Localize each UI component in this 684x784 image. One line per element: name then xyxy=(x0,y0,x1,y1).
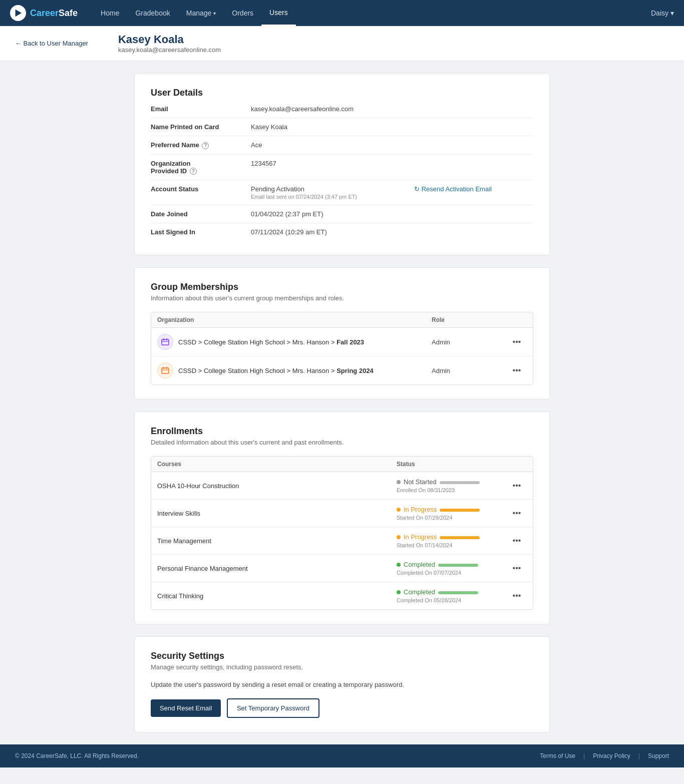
detail-name-card-label: Name Printed on Card xyxy=(151,118,251,136)
set-temporary-password-button[interactable]: Set Temporary Password xyxy=(227,698,319,718)
table-row: CSSD > College Station High School > Mrs… xyxy=(151,328,533,356)
detail-preferred-name-value: Ace xyxy=(251,136,414,155)
more-options-osha[interactable]: ••• xyxy=(507,480,527,491)
detail-date-joined-label: Date Joined xyxy=(151,205,251,223)
detail-org-id-label: OrganizationProvided ID ? xyxy=(151,154,251,180)
course-osha: OSHA 10-Hour Construction xyxy=(157,482,397,490)
security-description: Update the user's password by sending a … xyxy=(151,681,533,688)
group-memberships-table: Organization Role CSSD > College Station… xyxy=(151,312,533,385)
detail-account-status-note: Email last sent on 07/24/2024 (3:47 pm E… xyxy=(251,194,414,200)
details-table: Email kasey.koala@careersafeonline.com N… xyxy=(151,100,533,241)
status-dot-osha xyxy=(397,480,401,484)
main-content: User Details Email kasey.koala@careersaf… xyxy=(124,73,560,732)
user-full-name: Kasey Koala xyxy=(118,33,221,46)
user-email-header: kasey.koala@careersafeonline.com xyxy=(118,46,221,54)
status-dot-interview xyxy=(397,508,401,512)
enroll-date-critical-thinking: Completed On 05/28/2024 xyxy=(397,597,507,603)
brand-logo[interactable]: CareerSafe xyxy=(10,5,78,21)
detail-org-id-row: OrganizationProvided ID ? 1234567 xyxy=(151,154,533,180)
enrollments-title: Enrollments xyxy=(151,426,533,437)
org-id-help-icon[interactable]: ? xyxy=(190,168,197,175)
group-memberships-header: Organization Role xyxy=(151,312,533,328)
send-reset-email-button[interactable]: Send Reset Email xyxy=(151,699,221,717)
detail-preferred-name-row: Preferred Name ? Ace xyxy=(151,136,533,155)
detail-account-status-value: Pending Activation Email last sent on 07… xyxy=(251,180,414,205)
resend-activation-email-link[interactable]: ↻ Resend Activation Email xyxy=(414,185,533,193)
role-fall2023: Admin xyxy=(432,338,507,346)
detail-name-card-row: Name Printed on Card Kasey Koala xyxy=(151,118,533,136)
course-critical-thinking: Critical Thinking xyxy=(157,592,397,600)
col-role: Role xyxy=(432,316,507,323)
user-name: Daisy xyxy=(651,9,668,17)
table-row: CSSD > College Station High School > Mrs… xyxy=(151,356,533,384)
user-chevron: ▾ xyxy=(670,9,674,17)
footer-terms[interactable]: Terms of Use xyxy=(540,752,575,759)
footer-divider-1: | xyxy=(583,752,585,759)
detail-name-card-value: Kasey Koala xyxy=(251,118,414,136)
footer: © 2024 CareerSafe, LLC. All Rights Reser… xyxy=(0,744,684,767)
user-menu[interactable]: Daisy ▾ xyxy=(651,9,674,17)
detail-email-row: Email kasey.koala@careersafeonline.com xyxy=(151,100,533,118)
course-interview: Interview Skills xyxy=(157,510,397,517)
nav-manage[interactable]: Manage ▾ xyxy=(178,0,224,26)
footer-privacy[interactable]: Privacy Policy xyxy=(593,752,630,759)
status-bar-interview xyxy=(440,509,480,512)
svg-rect-7 xyxy=(166,367,167,369)
course-personal-finance: Personal Finance Management xyxy=(157,565,397,572)
org-path-spring2024: CSSD > College Station High School > Mrs… xyxy=(178,367,374,374)
org-icon-fall2023 xyxy=(157,334,173,350)
table-row: Critical Thinking Completed Completed On… xyxy=(151,582,533,609)
table-row: Personal Finance Management Completed Co… xyxy=(151,555,533,582)
footer-divider-2: | xyxy=(638,752,640,759)
enrollments-table: Courses Status OSHA 10-Hour Construction… xyxy=(151,456,533,610)
status-bar-personal-finance xyxy=(438,564,478,567)
group-memberships-title: Group Memberships xyxy=(151,282,533,292)
security-settings-card: Security Settings Manage security settin… xyxy=(134,636,550,732)
more-options-critical-thinking[interactable]: ••• xyxy=(507,590,527,601)
col-status: Status xyxy=(397,461,507,468)
table-row: Interview Skills In Progress Started On … xyxy=(151,500,533,527)
nav-home[interactable]: Home xyxy=(93,0,127,26)
manage-chevron: ▾ xyxy=(213,11,216,16)
security-settings-title: Security Settings xyxy=(151,651,533,661)
nav-users[interactable]: Users xyxy=(261,0,296,26)
more-options-time-mgmt[interactable]: ••• xyxy=(507,535,527,546)
more-options-fall2023[interactable]: ••• xyxy=(507,336,527,347)
org-icon-spring2024 xyxy=(157,362,173,378)
status-dot-time-mgmt xyxy=(397,535,401,539)
nav-gradebook[interactable]: Gradebook xyxy=(127,0,178,26)
org-path-fall2023: CSSD > College Station High School > Mrs… xyxy=(178,338,364,346)
table-row: OSHA 10-Hour Construction Not Started En… xyxy=(151,472,533,500)
enrollments-subtitle: Detailed information about this user's c… xyxy=(151,439,533,446)
breadcrumb-bar: ← Back to User Manager Kasey Koala kasey… xyxy=(0,26,684,61)
detail-email-value: kasey.koala@careersafeonline.com xyxy=(251,100,414,118)
back-to-user-manager[interactable]: ← Back to User Manager xyxy=(15,40,88,47)
svg-rect-5 xyxy=(162,368,169,373)
status-interview: In Progress Started On 07/29/2024 xyxy=(397,506,507,521)
detail-email-label: Email xyxy=(151,100,251,118)
col-courses: Courses xyxy=(157,461,397,468)
detail-account-status-label: Account Status xyxy=(151,180,251,205)
detail-date-joined-value: 01/04/2022 (2:37 pm ET) xyxy=(251,205,414,223)
enroll-date-personal-finance: Completed On 07/07/2024 xyxy=(397,570,507,576)
preferred-name-help-icon[interactable]: ? xyxy=(202,142,209,149)
more-options-spring2024[interactable]: ••• xyxy=(507,365,527,376)
footer-support[interactable]: Support xyxy=(648,752,669,759)
svg-rect-6 xyxy=(163,367,164,369)
col-organization: Organization xyxy=(157,316,432,323)
status-bar-time-mgmt xyxy=(440,536,480,539)
enroll-date-interview: Started On 07/29/2024 xyxy=(397,515,507,521)
group-memberships-card: Group Memberships Information about this… xyxy=(134,267,550,400)
more-options-interview[interactable]: ••• xyxy=(507,508,527,519)
more-options-personal-finance[interactable]: ••• xyxy=(507,563,527,574)
nav-orders[interactable]: Orders xyxy=(224,0,261,26)
detail-last-signed-in-label: Last Signed In xyxy=(151,223,251,241)
detail-last-signed-in-value: 07/11/2024 (10:29 am ET) xyxy=(251,223,414,241)
status-personal-finance: Completed Completed On 07/07/2024 xyxy=(397,561,507,576)
svg-rect-2 xyxy=(163,338,164,340)
navbar: CareerSafe Home Gradebook Manage ▾ Order… xyxy=(0,0,684,26)
status-time-mgmt: In Progress Started On 07/14/2024 xyxy=(397,533,507,548)
detail-last-signed-in-row: Last Signed In 07/11/2024 (10:29 am ET) xyxy=(151,223,533,241)
status-osha: Not Started Enrolled On 08/31/2023 xyxy=(397,478,507,493)
table-row: Time Management In Progress Started On 0… xyxy=(151,527,533,555)
